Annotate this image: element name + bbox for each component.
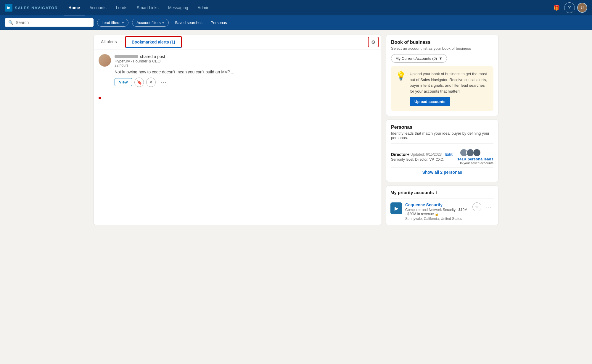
search-input[interactable] xyxy=(16,20,90,25)
nav-admin[interactable]: Admin xyxy=(193,0,214,15)
account-logo-icon: ▶ xyxy=(395,206,398,211)
nav-logo[interactable]: in SALES NAVIGATOR xyxy=(5,4,58,12)
alert-user-name xyxy=(115,55,138,58)
personas-title: Personas xyxy=(391,125,493,130)
alert-user-avatar xyxy=(99,54,111,67)
personas-card: Personas Identify leads that match your … xyxy=(386,120,498,182)
persona-seniority: Seniority level: Director, VP, CXO; xyxy=(391,157,457,162)
tabs-row: All alerts Bookmarked alerts (1) ⚙ xyxy=(94,35,381,49)
persona-leads-info: 141K persona leads In your saved account… xyxy=(457,149,493,165)
gift-icon[interactable]: 🎁 xyxy=(551,2,562,13)
alert-actions: View 🔖 ✕ ··· xyxy=(115,78,376,87)
show-all-personas-link[interactable]: Show all 2 personas xyxy=(391,167,493,177)
right-panel: Book of business Select an account list … xyxy=(386,35,498,225)
close-icon: ✕ xyxy=(149,80,153,85)
settings-button[interactable]: ⚙ xyxy=(368,37,379,47)
nav-smart-links[interactable]: Smart Links xyxy=(132,0,163,15)
bulb-icon: 💡 xyxy=(396,71,406,81)
persona-divider xyxy=(391,144,493,144)
account-row: ▶ Cequence Security Computer and Network… xyxy=(390,202,494,221)
persona-name: Director+ xyxy=(391,152,409,157)
nav-actions: 🎁 ? U xyxy=(551,2,587,13)
help-icon[interactable]: ? xyxy=(564,2,575,13)
settings-btn-wrap: ⚙ xyxy=(368,37,379,47)
account-name[interactable]: Cequence Security xyxy=(405,202,469,207)
accounts-divider xyxy=(390,199,494,199)
view-button[interactable]: View xyxy=(115,78,132,86)
alert-text: Not knowing how to code doesn't mean you… xyxy=(115,69,376,75)
book-of-business-title: Book of business xyxy=(391,40,493,45)
account-row-actions: ☆ ··· xyxy=(472,202,494,211)
personas-subtitle: Identify leads that match your ideal buy… xyxy=(391,131,493,140)
persona-info: Director+ Updated: 6/15/2023 Edit Senior… xyxy=(391,152,457,162)
nav-accounts[interactable]: Accounts xyxy=(85,0,111,15)
linkedin-logo-icon: in xyxy=(5,4,12,12)
account-filters-plus-icon: + xyxy=(162,20,165,25)
alert-header: shared a post xyxy=(115,54,376,59)
lead-filters-plus-icon: + xyxy=(122,20,124,25)
chevron-down-icon: ▼ xyxy=(439,56,443,61)
persona-avatar-group xyxy=(460,149,493,157)
persona-avatar-3 xyxy=(473,149,481,157)
tab-bookmarked-alerts[interactable]: Bookmarked alerts (1) xyxy=(125,36,182,48)
persona-edit-link[interactable]: Edit xyxy=(445,152,453,157)
brand-name: SALES NAVIGATOR xyxy=(15,6,58,10)
persona-leads-count[interactable]: 141K persona leads xyxy=(457,157,493,161)
lead-filters-button[interactable]: Lead filters + xyxy=(97,19,128,27)
alert-card: shared a post Hypefury · Founder & CEO 2… xyxy=(94,49,381,92)
search-input-wrap[interactable]: 🔍 xyxy=(5,18,94,27)
account-location: Sunnyvale, California, United States xyxy=(405,217,469,221)
left-panel: All alerts Bookmarked alerts (1) ⚙ share… xyxy=(94,35,381,225)
alert-content: shared a post Hypefury · Founder & CEO 2… xyxy=(115,54,376,87)
personas-link[interactable]: Personas xyxy=(208,19,229,26)
alert-action-text: shared a post xyxy=(140,54,165,59)
persona-leads-sub: In your saved accounts xyxy=(457,161,493,165)
user-avatar[interactable]: U xyxy=(577,3,587,13)
bookmark-icon: 🔖 xyxy=(137,80,142,85)
info-icon: ℹ xyxy=(436,190,437,195)
alert-company: Hypefury · Founder & CEO xyxy=(115,59,376,63)
saved-searches-link[interactable]: Saved searches xyxy=(172,19,205,26)
upload-cta: 💡 Upload your book of business to get th… xyxy=(391,66,493,111)
lock-icon: 🔒 xyxy=(435,212,438,216)
top-nav: in SALES NAVIGATOR Home Accounts Leads S… xyxy=(0,0,592,15)
priority-accounts-title: My priority accounts ℹ xyxy=(390,190,494,195)
account-filters-button[interactable]: Account filters + xyxy=(132,19,169,27)
tab-all-alerts[interactable]: All alerts xyxy=(94,35,124,49)
nav-messaging[interactable]: Messaging xyxy=(163,0,193,15)
main-content: All alerts Bookmarked alerts (1) ⚙ share… xyxy=(89,30,503,230)
account-logo: ▶ xyxy=(390,202,402,214)
book-of-business-card: Book of business Select an account list … xyxy=(386,35,498,116)
search-bar: 🔍 Lead filters + Account filters + Saved… xyxy=(0,15,592,30)
search-icon: 🔍 xyxy=(8,20,13,25)
bookmark-button[interactable]: 🔖 xyxy=(134,78,144,87)
book-of-business-subtitle: Select an account list as your book of b… xyxy=(391,46,493,51)
dismiss-button[interactable]: ✕ xyxy=(146,78,156,87)
notification-dot xyxy=(99,97,101,99)
nav-links: Home Accounts Leads Smart Links Messagin… xyxy=(64,0,551,15)
more-options-button[interactable]: ··· xyxy=(158,78,169,86)
priority-accounts-card: My priority accounts ℹ ▶ Cequence Securi… xyxy=(386,186,498,225)
star-account-button[interactable]: ☆ xyxy=(472,202,481,211)
account-list-select[interactable]: My Current Accounts (0) ▼ xyxy=(391,54,447,63)
upload-cta-text: Upload your book of business to get the … xyxy=(410,71,489,94)
account-more-button[interactable]: ··· xyxy=(483,203,494,211)
upload-accounts-button[interactable]: Upload accounts xyxy=(410,97,450,106)
nav-leads[interactable]: Leads xyxy=(111,0,132,15)
account-desc: Computer and Network Security · $10M - $… xyxy=(405,208,469,216)
nav-home[interactable]: Home xyxy=(64,0,85,15)
alert-time: 22 hours xyxy=(115,63,376,67)
persona-updated: Updated: 6/15/2023 xyxy=(411,152,442,157)
persona-row: Director+ Updated: 6/15/2023 Edit Senior… xyxy=(391,147,493,166)
